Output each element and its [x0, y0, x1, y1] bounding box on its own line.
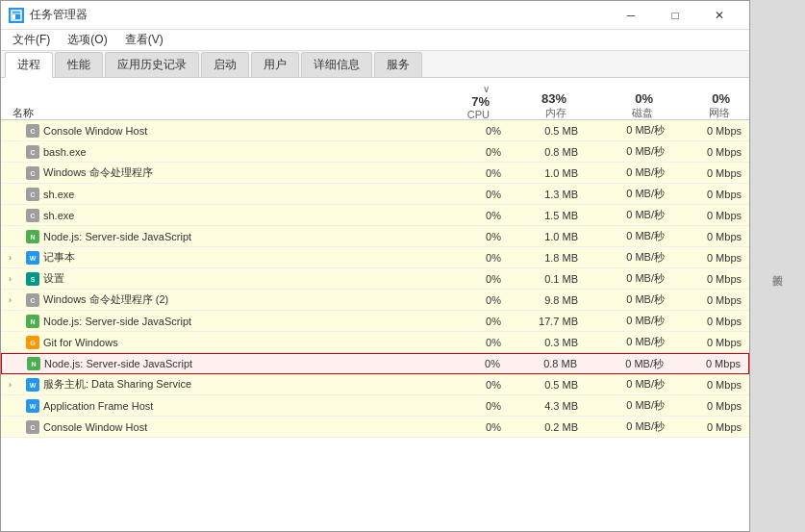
- table-row[interactable]: CWindows 命令处理程序0%1.0 MB0 MB/秒0 Mbps: [1, 163, 749, 184]
- table-row[interactable]: GGit for Windows0%0.3 MB0 MB/秒0 Mbps: [1, 332, 749, 353]
- tab-性能[interactable]: 性能: [55, 52, 103, 77]
- expand-arrow-icon[interactable]: ›: [9, 274, 22, 284]
- process-cpu: 0%: [441, 229, 509, 244]
- tab-用户[interactable]: 用户: [251, 52, 299, 77]
- process-disk: 0 MB/秒: [586, 121, 672, 139]
- process-name: sh.exe: [43, 210, 74, 221]
- process-memory: 0.8 MB: [508, 356, 585, 371]
- process-network: 0 Mbps: [672, 419, 749, 435]
- process-name-cell: WApplication Frame Host: [1, 397, 441, 415]
- process-network: 0 Mbps: [672, 123, 749, 139]
- process-memory: 1.0 MB: [509, 229, 586, 244]
- process-name-cell: CWindows 命令处理程序: [1, 164, 441, 182]
- table-row[interactable]: ›CWindows 命令处理程序 (2)0%9.8 MB0 MB/秒0 Mbps: [1, 290, 749, 311]
- process-disk: 0 MB/秒: [586, 164, 672, 182]
- app-icon: [9, 8, 24, 23]
- table-row[interactable]: NNode.js: Server-side JavaScript0%0.8 MB…: [1, 353, 749, 374]
- menu-item[interactable]: 选项(O): [60, 30, 114, 50]
- tab-详细信息[interactable]: 详细信息: [301, 52, 372, 77]
- menu-item[interactable]: 查看(V): [117, 30, 171, 50]
- table-row[interactable]: ›W服务主机: Data Sharing Service0%0.5 MB0 MB…: [1, 374, 749, 395]
- table-row[interactable]: Csh.exe0%1.3 MB0 MB/秒0 Mbps: [1, 184, 749, 205]
- tab-启动[interactable]: 启动: [201, 52, 249, 77]
- expand-arrow-icon[interactable]: ›: [9, 295, 22, 305]
- process-name: sh.exe: [43, 189, 74, 200]
- expand-arrow-icon[interactable]: ›: [9, 380, 22, 390]
- minimize-button[interactable]: ─: [609, 1, 653, 30]
- process-cpu: 0%: [441, 250, 509, 266]
- process-cpu: 0%: [441, 314, 509, 329]
- svg-text:C: C: [30, 170, 35, 177]
- main-content: 名称 ∨ 7% CPU 83% 内存 0%: [1, 78, 749, 532]
- process-memory: 0.2 MB: [509, 419, 586, 435]
- process-name: Node.js: Server-side JavaScript: [43, 231, 191, 242]
- process-name-cell: Cbash.exe: [1, 143, 441, 161]
- process-network: 0 Mbps: [672, 314, 749, 329]
- process-name-cell: Csh.exe: [1, 207, 441, 224]
- table-row[interactable]: Cbash.exe0%0.8 MB0 MB/秒0 Mbps: [1, 141, 749, 163]
- process-icon: W: [26, 251, 39, 265]
- process-memory: 1.3 MB: [509, 187, 586, 202]
- process-memory: 1.8 MB: [509, 250, 586, 266]
- process-cpu: 0%: [441, 292, 509, 308]
- col-cpu-header[interactable]: ∨ 7% CPU: [430, 82, 497, 122]
- process-cpu: 0%: [441, 398, 509, 414]
- process-network: 0 Mbps: [672, 187, 749, 202]
- process-disk: 0 MB/秒: [586, 312, 672, 330]
- svg-text:C: C: [30, 213, 35, 219]
- process-cpu: 0%: [441, 123, 509, 139]
- svg-text:C: C: [30, 191, 35, 198]
- tab-应用历史记录[interactable]: 应用历史记录: [105, 52, 199, 77]
- table-row[interactable]: CConsole Window Host0%0.5 MB0 MB/秒0 Mbps: [1, 120, 749, 141]
- table-row[interactable]: Csh.exe0%1.5 MB0 MB/秒0 Mbps: [1, 205, 749, 226]
- process-name: Node.js: Server-side JavaScript: [43, 316, 191, 327]
- close-button[interactable]: ✕: [697, 1, 742, 30]
- col-disk-header[interactable]: 0% 磁盘: [574, 89, 661, 122]
- process-name: 记事本: [43, 250, 75, 265]
- svg-text:N: N: [30, 318, 35, 325]
- process-disk: 0 MB/秒: [586, 142, 672, 161]
- table-row[interactable]: NNode.js: Server-side JavaScript0%1.0 MB…: [1, 226, 749, 247]
- process-cpu: 0%: [441, 419, 509, 435]
- process-disk: 0 MB/秒: [586, 206, 672, 224]
- process-cpu: 0%: [441, 208, 509, 223]
- maximize-button[interactable]: □: [653, 1, 697, 30]
- process-table-body: CConsole Window Host0%0.5 MB0 MB/秒0 Mbps…: [1, 120, 749, 532]
- process-icon: C: [26, 293, 39, 307]
- process-network: 0 Mbps: [672, 229, 749, 244]
- process-network: 0 Mbps: [672, 271, 749, 287]
- svg-text:N: N: [31, 361, 36, 367]
- tab-进程[interactable]: 进程: [5, 52, 53, 78]
- process-name: Console Window Host: [43, 125, 147, 137]
- svg-text:C: C: [30, 297, 35, 304]
- menu-item[interactable]: 文件(F): [5, 30, 58, 50]
- process-name-cell: CConsole Window Host: [1, 418, 441, 436]
- process-icon: N: [26, 230, 39, 243]
- process-cpu: 0%: [440, 356, 508, 371]
- process-name: Node.js: Server-side JavaScript: [44, 358, 192, 369]
- table-row[interactable]: NNode.js: Server-side JavaScript0%17.7 M…: [1, 311, 749, 332]
- table-row[interactable]: ›W记事本0%1.8 MB0 MB/秒0 Mbps: [1, 247, 749, 268]
- tab-服务[interactable]: 服务: [374, 52, 422, 77]
- process-cpu: 0%: [441, 144, 509, 160]
- svg-text:N: N: [30, 234, 35, 241]
- process-name: 服务主机: Data Sharing Service: [43, 377, 191, 392]
- svg-rect-2: [13, 14, 15, 19]
- process-memory: 0.5 MB: [509, 123, 586, 139]
- process-disk: 0 MB/秒: [586, 185, 672, 203]
- col-network-header[interactable]: 0% 网络: [661, 89, 738, 122]
- svg-text:W: W: [30, 255, 37, 262]
- process-memory: 0.3 MB: [509, 335, 586, 350]
- process-icon: C: [26, 209, 39, 222]
- col-memory-header[interactable]: 83% 内存: [497, 89, 574, 122]
- process-icon: G: [26, 336, 39, 349]
- table-header: 名称 ∨ 7% CPU 83% 内存 0%: [1, 78, 749, 120]
- table-row[interactable]: ›S设置0%0.1 MB0 MB/秒0 Mbps: [1, 268, 749, 290]
- process-name: Windows 命令处理程序: [43, 165, 153, 180]
- table-row[interactable]: WApplication Frame Host0%4.3 MB0 MB/秒0 M…: [1, 395, 749, 417]
- svg-text:C: C: [30, 424, 35, 431]
- table-row[interactable]: CConsole Window Host0%0.2 MB0 MB/秒0 Mbps: [1, 417, 749, 438]
- process-name: bash.exe: [43, 146, 87, 158]
- process-icon: C: [26, 145, 39, 159]
- expand-arrow-icon[interactable]: ›: [9, 253, 22, 263]
